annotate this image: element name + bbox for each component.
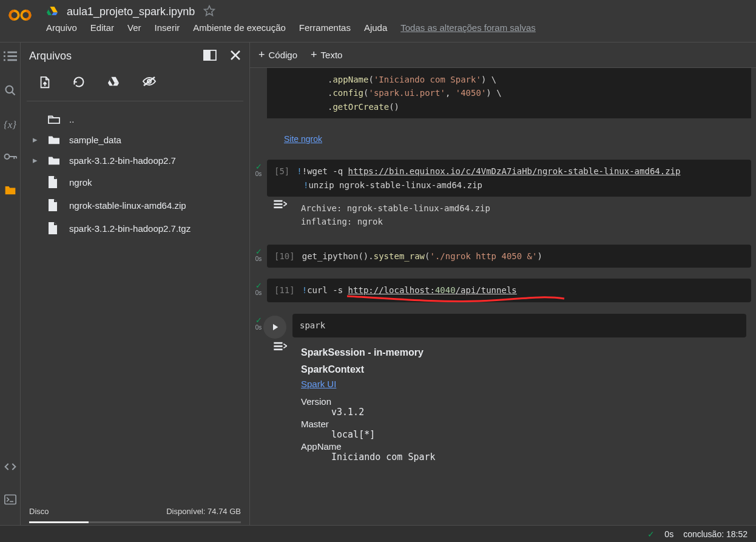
code-cell[interactable]: [5]!!wget -q https://bin.equinox.io/c/4V…: [267, 160, 751, 197]
add-text-button[interactable]: +Texto: [311, 49, 342, 61]
secrets-icon[interactable]: [4, 152, 17, 163]
close-icon[interactable]: [230, 50, 241, 63]
output-toggle-icon[interactable]: [267, 339, 294, 351]
check-icon: ✓: [255, 282, 262, 290]
svg-rect-24: [274, 203, 282, 205]
save-status[interactable]: Todas as alterações foram salvas: [400, 22, 536, 33]
svg-rect-3: [7, 52, 17, 53]
check-icon: ✓: [255, 163, 262, 171]
svg-point-10: [4, 154, 9, 159]
code-cell[interactable]: .appName('Iniciando com Spark') \ .confi…: [267, 68, 751, 118]
output-block: Archive: ngrok-stable-linux-amd64.zip in…: [294, 197, 756, 234]
site-ngrok-link[interactable]: Site ngrok: [284, 134, 322, 144]
file-label: ngrok: [69, 177, 92, 188]
file-label: spark-3.1.2-bin-hadoop2.7.tgz: [69, 223, 191, 234]
file-row-folder[interactable]: ▸ spark-3.1.2-bin-hadoop2.7: [21, 150, 249, 171]
file-label: spark-3.1.2-bin-hadoop2.7: [69, 155, 176, 166]
svg-rect-7: [7, 59, 17, 61]
check-icon: ✓: [255, 316, 262, 324]
svg-rect-2: [4, 52, 5, 53]
check-icon: ✓: [647, 529, 655, 539]
star-icon[interactable]: [203, 5, 215, 19]
code-cell[interactable]: [11]!curl -s http://localhost:4040/api/t…: [267, 279, 751, 302]
code-cell[interactable]: spark: [292, 314, 746, 337]
colab-logo[interactable]: [8, 7, 33, 22]
svg-rect-14: [4, 495, 15, 504]
toggle-hidden-icon[interactable]: [142, 76, 157, 91]
disk-usage-bar: [29, 521, 241, 523]
file-label: ..: [69, 114, 74, 124]
file-row-folder[interactable]: ▸ sample_data: [21, 129, 249, 150]
annotation-underline-icon: [346, 294, 570, 306]
svg-point-8: [5, 86, 13, 93]
status-text: conclusão: 18:52: [683, 529, 748, 539]
menu-help[interactable]: Ajuda: [364, 22, 387, 33]
svg-line-9: [12, 92, 15, 95]
header: aula1_projeto_spark.ipynb Arquivo Editar…: [0, 0, 756, 42]
file-row[interactable]: ngrok-stable-linux-amd64.zip: [21, 194, 249, 217]
svg-rect-25: [274, 206, 282, 208]
drive-icon: [46, 5, 58, 19]
file-tree: .. ▸ sample_data ▸ spark-3.1.2-bin-hadoo…: [21, 101, 249, 503]
file-label: sample_data: [69, 135, 121, 145]
menu-runtime[interactable]: Ambiente de execução: [193, 22, 286, 33]
menu-file[interactable]: Arquivo: [46, 22, 77, 33]
menu-insert[interactable]: Inserir: [155, 22, 180, 33]
popout-icon[interactable]: [203, 50, 217, 63]
terminal-icon[interactable]: [4, 494, 16, 507]
svg-rect-6: [4, 59, 5, 61]
plus-icon: +: [311, 49, 317, 61]
menu-tools[interactable]: Ferramentas: [299, 22, 351, 33]
status-bar: ✓ 0s conclusão: 18:52: [0, 525, 756, 542]
check-icon: ✓: [255, 248, 262, 256]
svg-rect-26: [274, 342, 282, 344]
disk-label: Disco: [29, 507, 49, 516]
disk-available: Disponível: 74.74 GB: [166, 507, 241, 516]
svg-rect-4: [4, 55, 5, 57]
spark-ui-link[interactable]: Spark UI: [301, 379, 336, 389]
search-icon[interactable]: [4, 84, 16, 98]
refresh-icon[interactable]: [73, 76, 85, 91]
menu-bar: Arquivo Editar Ver Inserir Ambiente de e…: [46, 22, 748, 33]
file-row-up[interactable]: ..: [21, 109, 249, 129]
file-label: ngrok-stable-linux-amd64.zip: [69, 200, 186, 211]
code-cell[interactable]: [10]get_ipython().system_raw('./ngrok ht…: [267, 245, 751, 268]
variables-icon[interactable]: {x}: [4, 119, 16, 131]
files-icon[interactable]: [4, 184, 16, 197]
menu-view[interactable]: Ver: [127, 22, 141, 33]
files-panel-title: Arquivos: [29, 50, 203, 63]
file-row[interactable]: spark-3.1.2-bin-hadoop2.7.tgz: [21, 217, 249, 240]
svg-rect-28: [274, 348, 282, 350]
svg-rect-23: [274, 200, 282, 202]
upload-icon[interactable]: [39, 76, 51, 91]
run-cell-button[interactable]: [263, 316, 286, 339]
output-toggle-icon[interactable]: [267, 197, 294, 209]
notebook-title[interactable]: aula1_projeto_spark.ipynb: [67, 5, 195, 18]
code-snippets-icon[interactable]: [4, 462, 16, 473]
wget-url[interactable]: https://bin.equinox.io/c/4VmDzA7iaHb/ngr…: [348, 166, 681, 176]
notebook-toolbar: +Código +Texto: [250, 42, 756, 68]
file-row[interactable]: ngrok: [21, 171, 249, 194]
status-time: 0s: [664, 529, 673, 539]
menu-edit[interactable]: Editar: [90, 22, 114, 33]
plus-icon: +: [258, 49, 265, 61]
notebook-area: +Código +Texto .appName('Iniciando com S…: [250, 42, 756, 525]
spark-session-title: SparkSession - in-memory: [301, 347, 436, 358]
spark-output: SparkSession - in-memory SparkContext Sp…: [294, 339, 443, 475]
svg-rect-17: [204, 50, 210, 60]
toc-icon[interactable]: [4, 51, 17, 64]
spark-context-title: SparkContext: [301, 364, 436, 375]
mount-drive-icon[interactable]: [107, 76, 120, 91]
svg-rect-27: [274, 345, 282, 347]
svg-rect-5: [7, 55, 17, 57]
add-code-button[interactable]: +Código: [258, 49, 297, 61]
files-panel: Arquivos: [21, 42, 250, 525]
left-rail: {x}: [0, 42, 21, 525]
